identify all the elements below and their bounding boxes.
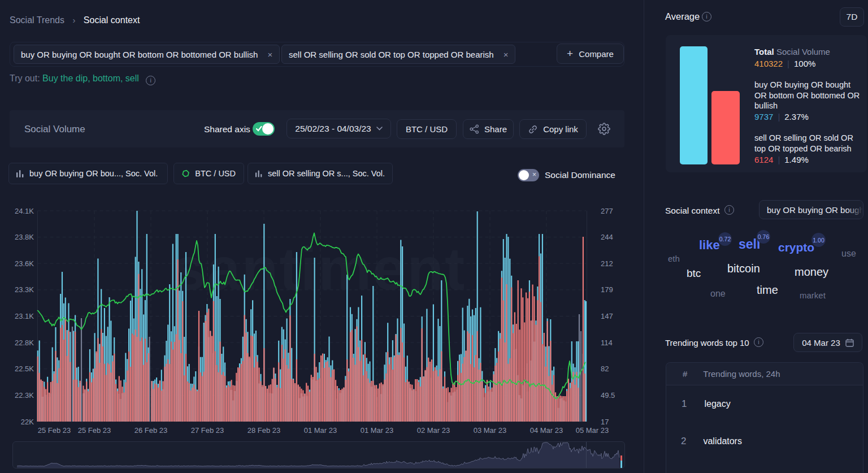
svg-text:179: 179 [601,285,613,294]
svg-text:23.1K: 23.1K [15,312,34,320]
svg-text:28 Feb 23: 28 Feb 23 [248,426,281,435]
svg-text:22.3K: 22.3K [15,391,34,400]
svg-text:24.1K: 24.1K [15,207,34,215]
svg-text:25 Feb 23: 25 Feb 23 [38,426,71,435]
svg-text:82: 82 [601,364,609,373]
svg-text:23.3K: 23.3K [15,285,34,294]
svg-text:212: 212 [601,259,613,268]
svg-text:49.5: 49.5 [601,391,615,400]
svg-text:25 Feb 23: 25 Feb 23 [78,426,111,435]
svg-text:22K: 22K [21,418,34,426]
svg-text:22.5K: 22.5K [15,364,34,373]
svg-text:23.6K: 23.6K [15,259,34,268]
svg-text:26 Feb 23: 26 Feb 23 [134,426,168,435]
svg-text:04 Mar 23: 04 Mar 23 [530,426,563,435]
svg-text:03 Mar 23: 03 Mar 23 [474,426,507,435]
svg-text:277: 277 [601,207,613,215]
svg-text:114: 114 [601,339,613,347]
svg-text:02 Mar 23: 02 Mar 23 [417,426,450,435]
svg-text:23.8K: 23.8K [15,233,34,241]
svg-text:01 Mar 23: 01 Mar 23 [361,426,394,435]
svg-text:147: 147 [601,312,613,320]
svg-text:244: 244 [601,233,613,241]
svg-text:27 Feb 23: 27 Feb 23 [191,426,224,435]
svg-text:05 Mar 23: 05 Mar 23 [576,426,609,435]
svg-text:17: 17 [601,418,609,426]
svg-text:22.8K: 22.8K [15,339,34,347]
svg-text:01 Mar 23: 01 Mar 23 [304,426,337,435]
